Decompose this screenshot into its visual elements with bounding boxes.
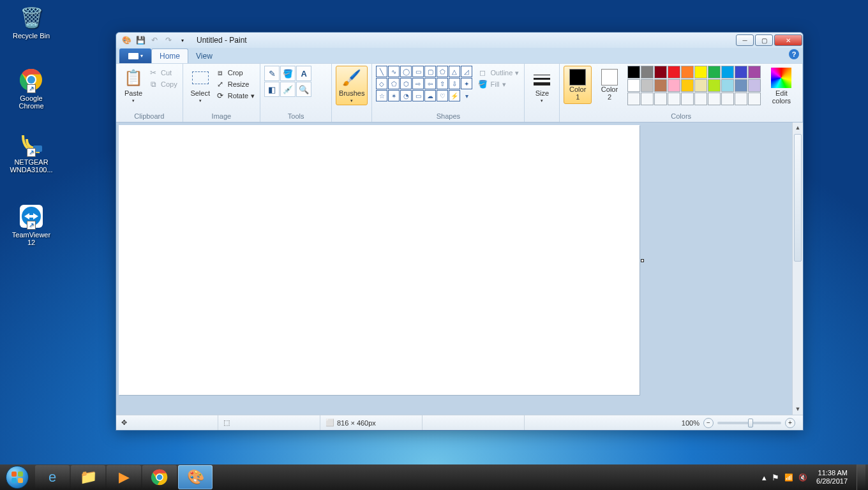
resize-button[interactable]: ⤢Resize — [214, 78, 256, 90]
help-icon[interactable]: ? — [789, 49, 799, 59]
shape-oval[interactable]: ◯ — [400, 66, 412, 77]
shape-pentagon[interactable]: ⬠ — [388, 78, 400, 89]
shape-arrow-right[interactable]: ⇨ — [412, 78, 424, 89]
taskbar-wmp[interactable]: ▶ — [107, 465, 141, 489]
eraser-tool[interactable]: ◧ — [264, 82, 280, 97]
paste-button[interactable]: 📋 Paste — [120, 66, 147, 105]
fill-tool[interactable]: 🪣 — [280, 66, 296, 81]
qat-customize-icon[interactable]: ▾ — [176, 34, 189, 47]
file-menu-button[interactable] — [119, 48, 151, 63]
action-center-icon[interactable]: ⚑ — [772, 473, 779, 482]
color-swatch[interactable] — [748, 93, 761, 105]
color-swatch[interactable] — [668, 93, 680, 105]
taskbar-paint[interactable]: 🎨 — [178, 465, 213, 489]
select-button[interactable]: Select — [187, 66, 214, 105]
shape-rect[interactable]: ▭ — [412, 66, 424, 77]
cut-button[interactable]: ✂Cut — [147, 67, 179, 78]
color-swatch[interactable] — [641, 93, 654, 105]
shape-4star[interactable]: ✦ — [461, 78, 472, 89]
shape-callout-rect[interactable]: ▭ — [412, 90, 424, 101]
color-swatch[interactable] — [627, 66, 640, 78]
shape-roundrect[interactable]: ▢ — [424, 66, 436, 77]
outline-button[interactable]: ◻Outline ▾ — [476, 67, 520, 78]
shape-arrow-up[interactable]: ⇧ — [437, 78, 448, 89]
save-icon[interactable]: 💾 — [134, 34, 147, 47]
shape-5star[interactable]: ☆ — [376, 90, 387, 101]
color-swatch[interactable] — [668, 79, 680, 92]
zoom-out-button[interactable]: − — [703, 418, 714, 428]
zoom-in-button[interactable]: + — [785, 418, 795, 428]
copy-button[interactable]: ⧉Copy — [147, 78, 179, 90]
color-swatch[interactable] — [654, 93, 667, 105]
shape-diamond[interactable]: ◇ — [376, 78, 387, 89]
desktop-icon-netgear[interactable]: ↗ NETGEAR WNDA3100... — [8, 130, 55, 174]
shape-hexagon[interactable]: ⬡ — [400, 78, 412, 89]
color-swatch[interactable] — [735, 79, 747, 92]
taskbar-chrome[interactable] — [142, 465, 177, 489]
shape-right-triangle[interactable]: ◿ — [461, 66, 472, 77]
color-swatch[interactable] — [708, 93, 721, 105]
shape-heart[interactable]: ♡ — [437, 90, 448, 101]
shapes-gallery[interactable]: ╲∿◯▭▢⬠△◿ ◇⬠⬡⇨⇦⇧⇩✦ ☆✶◔▭☁♡⚡▾ — [376, 66, 472, 101]
desktop-icon-recycle-bin[interactable]: 🗑️ Recycle Bin — [8, 4, 55, 40]
tab-home[interactable]: Home — [151, 48, 188, 63]
color-swatch[interactable] — [681, 93, 694, 105]
color-swatch[interactable] — [735, 93, 747, 105]
maximize-button[interactable]: ▢ — [755, 34, 773, 46]
edit-colors-button[interactable]: Edit colors — [765, 66, 798, 105]
scroll-up-icon[interactable]: ▲ — [793, 122, 803, 133]
zoom-slider[interactable] — [717, 422, 781, 424]
shape-callout-cloud[interactable]: ☁ — [424, 90, 436, 101]
shape-callout-round[interactable]: ◔ — [400, 90, 412, 101]
pencil-tool[interactable]: ✎ — [264, 66, 280, 81]
color-swatch[interactable] — [721, 79, 734, 92]
color-swatch[interactable] — [694, 79, 707, 92]
shape-6star[interactable]: ✶ — [388, 90, 400, 101]
color1-button[interactable]: Color 1 — [564, 66, 592, 104]
shape-line[interactable]: ╲ — [376, 66, 387, 77]
color-swatch[interactable] — [748, 66, 761, 78]
tray-expand-icon[interactable]: ▴ — [762, 473, 767, 482]
taskbar-clock[interactable]: 11:38 AM 6/28/2017 — [812, 469, 851, 486]
undo-icon[interactable]: ↶ — [148, 34, 161, 47]
color-swatch[interactable] — [668, 66, 680, 78]
text-tool[interactable]: A — [296, 66, 311, 81]
paint-app-icon[interactable]: 🎨 — [120, 34, 133, 47]
shape-curve[interactable]: ∿ — [388, 66, 400, 77]
zoom-thumb[interactable] — [748, 419, 753, 427]
taskbar-ie[interactable]: e — [35, 465, 70, 489]
shape-arrow-down[interactable]: ⇩ — [449, 78, 460, 89]
vertical-scrollbar[interactable]: ▲ ▼ — [792, 122, 803, 415]
crop-button[interactable]: ⧈Crop — [214, 67, 256, 78]
color-swatch[interactable] — [694, 93, 707, 105]
desktop-icon-teamviewer[interactable]: ↗ TeamViewer 12 — [8, 203, 55, 246]
shape-triangle[interactable]: △ — [449, 66, 460, 77]
picker-tool[interactable]: 💉 — [280, 82, 296, 97]
color-swatch[interactable] — [627, 93, 640, 105]
color-swatch[interactable] — [735, 66, 747, 78]
tab-view[interactable]: View — [188, 48, 220, 63]
color2-button[interactable]: Color 2 — [595, 66, 624, 104]
resize-handle-right[interactable] — [641, 259, 644, 262]
color-swatch[interactable] — [708, 66, 721, 78]
color-swatch[interactable] — [694, 66, 707, 78]
color-swatch[interactable] — [748, 79, 761, 92]
redo-icon[interactable]: ↷ — [162, 34, 175, 47]
shape-polygon[interactable]: ⬠ — [437, 66, 448, 77]
taskbar-explorer[interactable]: 📁 — [71, 465, 105, 489]
show-desktop-button[interactable] — [857, 464, 865, 490]
scroll-down-icon[interactable]: ▼ — [793, 404, 803, 415]
titlebar[interactable]: 🎨 💾 ↶ ↷ ▾ Untitled - Paint ─ ▢ ✕ — [116, 33, 803, 48]
close-button[interactable]: ✕ — [774, 34, 802, 46]
color-swatch[interactable] — [721, 93, 734, 105]
color-swatch[interactable] — [654, 66, 667, 78]
color-swatch[interactable] — [641, 79, 654, 92]
fill-button[interactable]: 🪣Fill ▾ — [476, 78, 520, 90]
color-swatch[interactable] — [721, 66, 734, 78]
color-swatch[interactable] — [654, 79, 667, 92]
rotate-button[interactable]: ⟳Rotate ▾ — [214, 90, 256, 101]
brushes-button[interactable]: 🖌️ Brushes — [336, 66, 368, 105]
shapes-more[interactable]: ▾ — [461, 90, 472, 101]
color-swatch[interactable] — [681, 79, 694, 92]
scroll-thumb[interactable] — [794, 134, 802, 262]
